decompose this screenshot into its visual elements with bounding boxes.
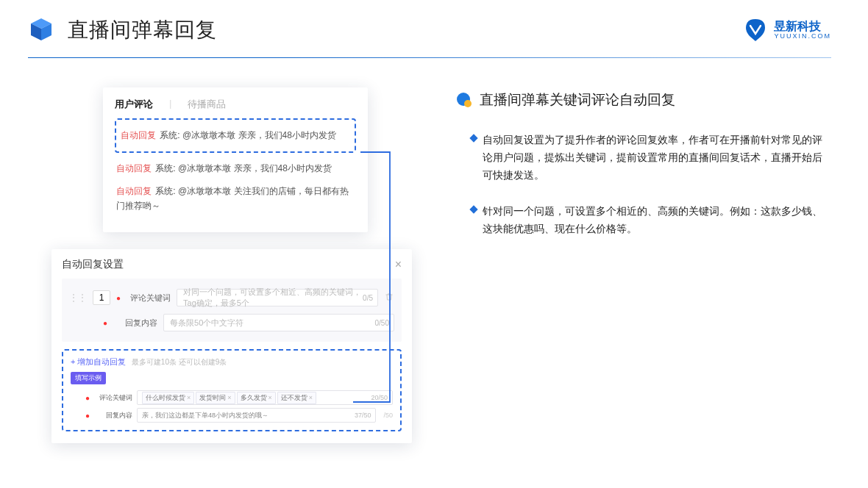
required-dot: ● <box>85 412 90 420</box>
bullet-text: 自动回复设置为了提升作者的评论回复效率，作者可在开播前针对常见的评论用户问题，提… <box>483 132 831 184</box>
comment-row: 自动回复 系统: @冰墩墩本墩 关注我们的店铺，每日都有热门推荐哟～ <box>115 180 356 217</box>
brand-name-en: YUUXIN.COM <box>774 33 831 40</box>
keyword-counter: 0/5 <box>363 294 373 302</box>
comment-body: @冰墩墩本墩 亲亲，我们48小时内发货 <box>178 163 332 173</box>
keyword-chip[interactable]: 多久发货× <box>237 392 276 404</box>
reply-label: 回复内容 <box>115 317 157 329</box>
reply-counter: 0/50 <box>375 319 389 327</box>
chip-remove-icon[interactable]: × <box>187 394 191 401</box>
brand-name-cn: 昱新科技 <box>774 20 831 33</box>
tab-user-comments[interactable]: 用户评论 <box>115 98 153 111</box>
bullet-text: 针对同一个问题，可设置多个相近的、高频的关键词。例如：这款多少钱、这块能优惠吗、… <box>483 203 831 238</box>
example-keyword-counter: 20/50 <box>371 394 388 401</box>
chip-remove-icon[interactable]: × <box>268 394 272 401</box>
keyword-placeholder: 对同一个问题，可设置多个相近、高频的关键词，Tag确定，最多5个 <box>183 287 371 309</box>
example-section: + 增加自动回复 最多可建10条 还可以创建9条 填写示例 ● 评论关键词 什么… <box>62 349 402 431</box>
close-icon[interactable]: × <box>395 258 402 271</box>
example-keyword-label: 评论关键词 <box>96 393 132 403</box>
add-hint: 最多可建10条 还可以创建9条 <box>132 358 227 366</box>
diamond-bullet-icon <box>469 134 477 142</box>
auto-reply-tag: 自动回复 <box>116 163 152 173</box>
outer-counter: /50 <box>380 412 393 419</box>
example-reply-counter: 37/50 <box>355 412 371 419</box>
chip-remove-icon[interactable]: × <box>309 394 313 401</box>
add-auto-reply-link[interactable]: + 增加自动回复 <box>71 357 126 366</box>
example-badge: 填写示例 <box>71 372 106 384</box>
brand-logo: 昱新科技 YUUXIN.COM <box>743 18 831 43</box>
reply-placeholder: 每条限50个中文字符 <box>170 317 243 329</box>
reply-input[interactable]: 每条限50个中文字符 0/50 <box>163 314 394 331</box>
keyword-chip[interactable]: 还不发货× <box>277 392 316 404</box>
section-bullet-icon <box>456 92 472 108</box>
example-keyword-input[interactable]: 什么时候发货× 发货时间× 多久发货× 还不发货× 20/50 <box>137 390 393 405</box>
comment-body: @冰墩墩本墩 亲亲，我们48小时内发货 <box>182 130 336 140</box>
required-dot: ● <box>103 319 107 327</box>
comments-panel: 用户评论 | 待播商品 自动回复 系统: @冰墩墩本墩 亲亲，我们48小时内发货… <box>103 87 368 232</box>
comment-row: 自动回复 系统: @冰墩墩本墩 亲亲，我们48小时内发货 <box>115 157 356 180</box>
system-label: 系统: <box>160 130 179 140</box>
keyword-label: 评论关键词 <box>128 293 171 304</box>
required-dot: ● <box>85 394 90 402</box>
drag-handle-icon[interactable]: ⋮⋮ <box>69 293 87 303</box>
keyword-chip[interactable]: 发货时间× <box>196 392 235 404</box>
example-reply-label: 回复内容 <box>96 411 132 420</box>
rule-index: 1 <box>93 290 110 305</box>
system-label: 系统: <box>155 163 175 173</box>
auto-reply-tag: 自动回复 <box>116 186 152 196</box>
keyword-chip[interactable]: 什么时候发货× <box>142 392 194 404</box>
example-reply-text: 亲，我们这边都是下单48小时内发货的哦～ <box>142 411 268 420</box>
auto-reply-tag: 自动回复 <box>121 130 156 140</box>
diamond-bullet-icon <box>469 206 477 214</box>
modal-title: 自动回复设置 <box>62 258 124 271</box>
brand-icon <box>743 18 768 43</box>
svg-point-4 <box>464 100 472 107</box>
tab-pending-goods[interactable]: 待播商品 <box>188 98 226 111</box>
system-label: 系统: <box>155 186 175 196</box>
required-dot: ● <box>116 294 121 302</box>
chip-remove-icon[interactable]: × <box>227 394 231 401</box>
delete-icon[interactable] <box>384 293 394 304</box>
logo-cube-icon <box>28 17 54 43</box>
highlighted-comment: 自动回复 系统: @冰墩墩本墩 亲亲，我们48小时内发货 <box>115 118 356 153</box>
section-title: 直播间弹幕关键词评论自动回复 <box>480 90 675 110</box>
tab-separator: | <box>169 98 171 111</box>
keyword-input[interactable]: 对同一个问题，可设置多个相近、高频的关键词，Tag确定，最多5个 0/5 <box>177 289 378 306</box>
page-title: 直播间弹幕回复 <box>68 16 217 44</box>
auto-reply-settings-modal: 自动回复设置 × ⋮⋮ 1 ● 评论关键词 对同一个问题，可设置多个相近、高频的… <box>51 249 412 443</box>
example-reply-input[interactable]: 亲，我们这边都是下单48小时内发货的哦～ 37/50 <box>137 408 376 423</box>
